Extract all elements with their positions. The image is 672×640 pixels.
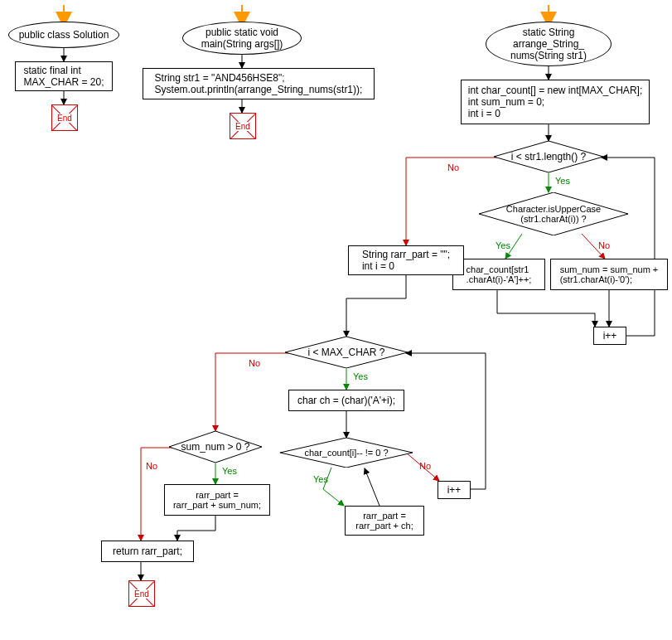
node-ipp-2: i++ xyxy=(438,481,471,499)
label-upper-yes: Yes xyxy=(496,240,510,250)
text-fn-oval: static String arrange_String_ nums(Strin… xyxy=(510,27,587,61)
node-cond-max: i < MAX_CHAR ? xyxy=(285,337,408,368)
node-main-oval: public static void main(String args[]) xyxy=(182,22,302,55)
node-cond-cc: char_count[i]-- != 0 ? xyxy=(280,438,413,468)
node-rarr-sum: rarr_part = rarr_part + sum_num; xyxy=(164,484,270,516)
node-main-body: String str1 = "AND456HSE8"; System.out.p… xyxy=(143,68,375,99)
node-cond-upper: Character.isUpperCase (str1.charAt(i)) ? xyxy=(479,192,628,235)
text-inc-sum: sum_num = sum_num + (str1.charAt(i)-'0')… xyxy=(560,264,659,284)
node-end-class: End xyxy=(51,104,78,131)
node-rarr-init: String rarr_part = ""; int i = 0 xyxy=(348,245,464,275)
text-cond-sum: sum_num > 0 ? xyxy=(181,441,249,453)
text-end-main: End xyxy=(234,122,252,131)
label-max-yes: Yes xyxy=(353,371,368,381)
text-maxchar: static final int MAX_CHAR = 20; xyxy=(23,65,104,88)
text-cond-upper: Character.isUpperCase (str1.charAt(i)) ? xyxy=(506,204,601,224)
label-len-no: No xyxy=(447,162,459,172)
label-max-no: No xyxy=(249,358,260,368)
text-main-body: String str1 = "AND456HSE8"; System.out.p… xyxy=(155,72,363,95)
text-end-class: End xyxy=(56,114,74,123)
text-rarr-init: String rarr_part = ""; int i = 0 xyxy=(362,249,450,272)
label-len-yes: Yes xyxy=(555,176,570,186)
text-cond-len: i < str1.length() ? xyxy=(511,151,586,162)
node-cond-sum: sum_num > 0 ? xyxy=(169,431,262,463)
text-class-oval: public class Solution xyxy=(19,29,109,41)
node-class-oval: public class Solution xyxy=(8,22,119,48)
flowchart-canvas: public class Solution static final int M… xyxy=(0,0,672,640)
node-fn-oval: static String arrange_String_ nums(Strin… xyxy=(486,22,612,66)
node-ch: char ch = (char)('A'+i); xyxy=(288,390,404,411)
node-init: int char_count[] = new int[MAX_CHAR]; in… xyxy=(461,80,650,124)
text-return: return rarr_part; xyxy=(113,545,182,557)
node-ipp-1: i++ xyxy=(593,327,626,345)
label-upper-no: No xyxy=(598,240,610,250)
node-cond-len: i < str1.length() ? xyxy=(494,141,603,172)
node-maxchar: static final int MAX_CHAR = 20; xyxy=(15,61,113,91)
label-cc-yes: Yes xyxy=(313,474,328,484)
text-ch: char ch = (char)('A'+i); xyxy=(297,395,395,406)
text-rarr-sum: rarr_part = rarr_part + sum_num; xyxy=(173,490,261,510)
text-cond-cc: char_count[i]-- != 0 ? xyxy=(304,448,388,458)
node-end-main: End xyxy=(230,113,256,139)
text-cond-max: i < MAX_CHAR ? xyxy=(307,347,384,358)
text-init: int char_count[] = new int[MAX_CHAR]; in… xyxy=(468,85,642,119)
node-return: return rarr_part; xyxy=(101,541,194,562)
label-cc-no: No xyxy=(419,461,431,471)
node-rarr-ch: rarr_part = rarr_part + ch; xyxy=(345,506,424,536)
node-inc-count: char_count[str1 .charAt(i)-'A']++; xyxy=(452,259,545,290)
text-end-fn: End xyxy=(133,589,151,599)
text-ipp-2: i++ xyxy=(447,484,462,496)
text-inc-count: char_count[str1 .charAt(i)-'A']++; xyxy=(467,264,532,284)
label-sum-no: No xyxy=(146,461,157,471)
text-main-oval: public static void main(String args[]) xyxy=(201,27,283,50)
node-inc-sum: sum_num = sum_num + (str1.charAt(i)-'0')… xyxy=(550,259,668,290)
label-sum-yes: Yes xyxy=(222,466,237,476)
text-ipp-1: i++ xyxy=(603,330,617,342)
text-rarr-ch: rarr_part = rarr_part + ch; xyxy=(355,511,413,531)
node-end-fn: End xyxy=(128,580,155,607)
